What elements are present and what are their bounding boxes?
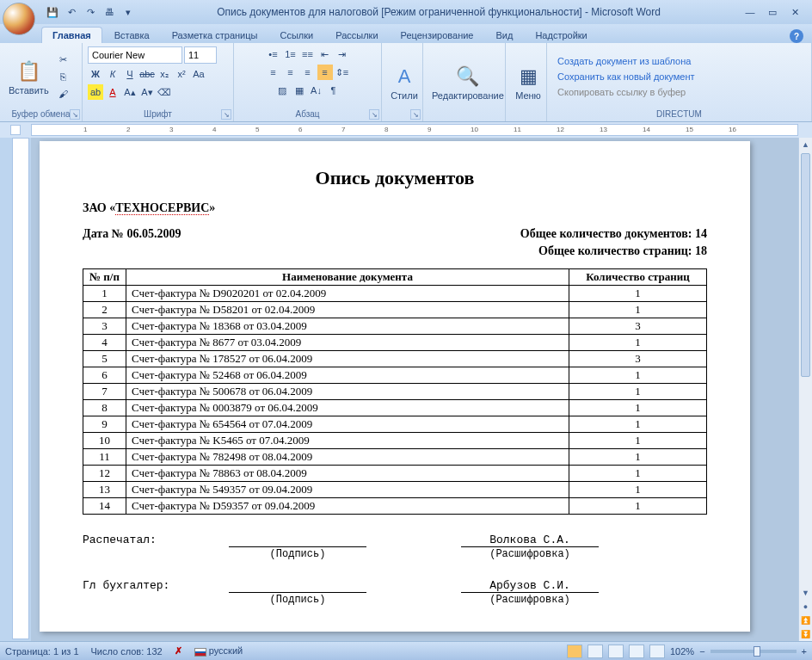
font-size-select[interactable]: 11 [184,46,217,64]
scroll-down-icon[interactable]: ▼ [799,586,812,600]
multilevel-button[interactable]: ≡≡ [300,46,316,62]
show-marks-button[interactable]: ¶ [326,83,341,98]
table-row: 9Счет-фактура № 654564 от 07.04.20091 [83,416,707,433]
ruler-vertical[interactable] [12,138,29,639]
superscript-button[interactable]: x² [174,66,189,82]
close-button[interactable]: ✕ [786,5,803,19]
office-button[interactable] [3,3,35,35]
styles-launcher-icon[interactable]: ↘ [410,109,421,120]
next-page-icon[interactable]: ⏬ [799,627,812,641]
directum-copy: Скопировать ссылку в буфер [552,86,691,98]
clipboard-group-label: Буфер обмена [5,108,77,120]
align-center-button[interactable]: ≡ [283,65,298,80]
status-words[interactable]: Число слов: 132 [91,646,163,657]
menu-button[interactable]: ▦Меню [511,61,545,102]
tab-home[interactable]: Главная [41,27,102,43]
print-icon[interactable]: 🖶 [102,4,117,20]
format-painter-icon[interactable]: 🖌 [56,86,71,102]
case-button[interactable]: Aa [191,66,206,82]
tab-view[interactable]: Вид [486,28,524,43]
styles-button[interactable]: AСтили [387,61,421,102]
status-lang[interactable]: русский [194,645,243,656]
zoom-in-button[interactable]: + [802,646,807,657]
undo-icon[interactable]: ↶ [64,4,79,20]
draft-view[interactable] [649,645,665,658]
print-layout-view[interactable] [567,645,582,658]
clipboard-launcher-icon[interactable]: ↘ [70,109,80,120]
numbering-button[interactable]: 1≡ [283,46,298,62]
save-icon[interactable]: 💾 [45,4,60,20]
align-left-button[interactable]: ≡ [266,65,281,80]
scroll-up-icon[interactable]: ▲ [799,138,812,151]
total-docs: Общее количество документов: 14 [520,227,707,241]
sort-button[interactable]: A↓ [309,83,324,98]
borders-button[interactable]: ▦ [292,83,307,98]
maximize-button[interactable]: ▭ [764,5,781,19]
table-row: 6Счет-фактура № 52468 от 06.04.20091 [83,367,707,384]
paste-button[interactable]: 📋 Вставить [5,56,52,97]
directum-save[interactable]: Сохранить как новый документ [552,71,700,83]
paragraph-launcher-icon[interactable]: ↘ [369,109,379,120]
prev-page-icon[interactable]: ⏫ [799,614,812,627]
font-launcher-icon[interactable]: ↘ [221,109,231,120]
shading-button[interactable]: ▨ [274,83,290,98]
web-layout-view[interactable] [608,645,624,658]
underline-button[interactable]: Ч [122,66,138,82]
company-line: ЗАО «ТЕХНОСЕРВИС» [83,201,707,215]
directum-group-label: DIRECTUM [552,108,806,120]
titlebar: 💾 ↶ ↷ 🖶 ▾ Опись документов для налоговой… [0,0,812,24]
line-spacing-button[interactable]: ⇕≡ [335,65,350,80]
tab-addins[interactable]: Надстройки [525,28,597,43]
table-row: 1Счет-фактура № D9020201 от 02.04.20091 [83,286,707,302]
zoom-out-button[interactable]: − [699,646,704,657]
tab-layout[interactable]: Разметка страницы [162,28,268,43]
copy-icon[interactable]: ⎘ [56,69,71,84]
zoom-level[interactable]: 102% [670,646,694,657]
shrink-font-button[interactable]: A▾ [139,84,155,100]
clear-formatting-icon[interactable]: ⌫ [157,84,172,100]
ruler-horizontal[interactable]: 12345678910111213141516 [31,124,798,136]
zoom-slider[interactable] [710,650,797,653]
strike-button[interactable]: abc [139,66,155,82]
full-screen-view[interactable] [587,645,603,658]
help-icon[interactable]: ? [790,29,803,43]
outline-view[interactable] [629,645,644,658]
page-area[interactable]: Опись документов ЗАО «ТЕХНОСЕРВИС» Дата … [31,138,798,641]
font-select[interactable]: Courier New [88,46,182,64]
subscript-button[interactable]: x₂ [157,66,172,82]
tab-mailings[interactable]: Рассылки [325,28,388,43]
table-row: 5Счет-фактура № 178527 от 06.04.20093 [83,351,707,367]
bullets-button[interactable]: •≡ [266,46,281,62]
italic-button[interactable]: К [105,66,120,82]
browse-obj-icon[interactable]: ● [799,600,812,614]
styles-icon: A [391,63,418,90]
flag-ru-icon [194,648,206,657]
accountant-row: Гл бухгалтер: (Подпись) Арбузов С.И.(Рас… [83,579,707,606]
status-page[interactable]: Страница: 1 из 1 [5,646,79,657]
table-row: 3Счет-фактура № 18368 от 03.04.20093 [83,318,707,335]
zoom-thumb[interactable] [754,646,760,657]
font-color-button[interactable]: A [105,84,120,100]
grow-font-button[interactable]: A▴ [122,84,138,100]
tab-review[interactable]: Рецензирование [391,28,484,43]
spellcheck-icon[interactable]: ✗ [175,645,182,657]
directum-create[interactable]: Создать документ из шаблона [552,55,696,67]
bold-button[interactable]: Ж [88,66,103,82]
justify-button[interactable]: ≡ [317,65,333,80]
align-right-button[interactable]: ≡ [300,65,316,80]
scroll-thumb[interactable] [801,153,810,377]
qat-dropdown-icon[interactable]: ▾ [120,4,136,20]
tab-references[interactable]: Ссылки [269,28,323,43]
indent-right-button[interactable]: ⇥ [335,46,350,62]
cut-icon[interactable]: ✂ [56,52,71,67]
scrollbar-vertical[interactable]: ▲ ▼ ● ⏫ ⏬ [798,138,812,641]
doc-table: № п/п Наименование документа Количество … [83,268,707,515]
redo-icon[interactable]: ↷ [83,4,98,20]
tab-insert[interactable]: Вставка [104,28,160,43]
indent-left-button[interactable]: ⇤ [317,46,333,62]
minimize-button[interactable]: — [741,5,759,19]
document-page[interactable]: Опись документов ЗАО «ТЕХНОСЕРВИС» Дата … [40,141,750,632]
tab-selector[interactable] [10,125,21,135]
editing-button[interactable]: 🔍Редактирование [428,61,508,102]
highlight-button[interactable]: ab [88,84,103,100]
